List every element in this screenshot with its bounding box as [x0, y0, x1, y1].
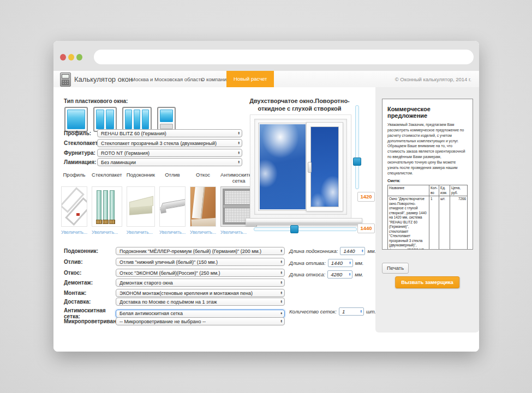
micro-ventilation-select[interactable]: -- Микропроветривание не выбрано --▲▼	[116, 317, 285, 325]
height-slider[interactable]	[355, 105, 359, 189]
window-type-three-leaf-icon[interactable]	[122, 107, 152, 132]
mosquito-net-select-value: Белая антимоскитная сетка	[119, 311, 279, 316]
drip-length-row: Длина отлива: 1440▲▼ мм.	[289, 259, 363, 267]
net-quantity-input[interactable]: 1▲▼	[339, 307, 364, 316]
lamination-row: Ламинация: Без ламинации▲▼	[64, 158, 242, 166]
calculator-logo-icon	[60, 72, 71, 87]
spinner-icon[interactable]: ▲▼	[360, 310, 362, 313]
select-arrows-icon: ▲▼	[279, 261, 283, 263]
spinner-icon[interactable]: ▲▼	[361, 250, 363, 252]
dismantle-select-value: Демонтаж старого окна	[119, 280, 279, 286]
glazing-row: Стеклопакет: Стеклопакет прозрачный 3 ст…	[64, 139, 242, 147]
glazing-select-value: Стеклопакет прозрачный 3 стекла (двухкам…	[101, 141, 236, 146]
traffic-light-zoom-icon[interactable]	[76, 54, 82, 61]
dismantle-option-row: Демонтаж: Демонтаж старого окна▲▼	[64, 279, 285, 287]
main-content: Тип пластикового окна: Профиль: REHAU BL…	[53, 87, 479, 352]
net-quantity-value: 1	[342, 309, 360, 315]
slope-option-row: Откос: Откос "ЭКОНОМ (белый)(Россия)" (2…	[64, 269, 285, 277]
width-slider[interactable]	[254, 227, 357, 231]
width-slider-handle[interactable]	[290, 225, 298, 233]
sill-length-input[interactable]: 1440▲▼	[340, 247, 365, 255]
slope-length-input[interactable]: 4280▲▼	[327, 270, 352, 279]
window-frame	[254, 119, 347, 215]
print-button[interactable]: Печать	[382, 263, 409, 274]
slope-length-value: 4280	[331, 271, 349, 277]
call-surveyor-button[interactable]: Вызвать замерщика	[395, 276, 459, 288]
height-value-box[interactable]: 1420	[357, 192, 375, 202]
item-unit: шт.	[439, 196, 450, 250]
traffic-light-minimize-icon[interactable]	[68, 54, 74, 61]
select-arrows-icon: ▲▼	[279, 271, 283, 274]
zoom-link[interactable]: Увеличить...	[61, 229, 87, 235]
estimate-table: Название Кол-во Ед. изм. Цена, руб. Окно…	[387, 185, 468, 250]
hardware-row: Фурнитура: ROTO NT (Германия)▲▼	[64, 149, 242, 157]
hardware-select-value: ROTO NT (Германия)	[101, 150, 236, 156]
zoom-link[interactable]: Увеличить...	[159, 229, 186, 235]
height-slider-handle[interactable]	[353, 158, 361, 166]
sill-select[interactable]: Подоконник "МЁЛЛЕР-премиум (белый) (Герм…	[116, 247, 285, 255]
delivery-option-label: Доставка:	[64, 299, 116, 305]
slope-option-label: Откос:	[64, 270, 116, 276]
window-type-balcony-door-icon[interactable]	[157, 107, 176, 132]
offer-sidebar: Коммерческое предложение Уважаемый Заказ…	[375, 87, 479, 332]
gallery-label: Отлив	[159, 172, 186, 186]
sill-length-value: 1440	[343, 248, 361, 254]
offer-title: Коммерческое предложение	[387, 106, 468, 119]
zoom-link[interactable]: Увеличить...	[190, 229, 216, 235]
nav-item-about[interactable]: О компании	[201, 76, 229, 82]
window-type-selector	[64, 107, 176, 132]
spinner-icon[interactable]: ▲▼	[349, 273, 351, 276]
select-arrows-icon: ▲▼	[279, 300, 283, 303]
nav-item-new-calculation[interactable]: Новый расчет	[226, 71, 274, 87]
select-arrows-icon: ▲▼	[236, 142, 240, 144]
sill-option-row: Подоконник: Подоконник "МЁЛЛЕР-премиум (…	[64, 247, 285, 255]
drip-length-unit: мм.	[355, 260, 364, 266]
col-qty: Кол-во	[429, 185, 439, 196]
site-title: Калькулятор окон	[74, 75, 133, 83]
width-value-box[interactable]: 1440	[357, 223, 375, 233]
item-qty: 1	[429, 196, 439, 250]
traffic-light-close-icon[interactable]	[60, 54, 66, 61]
delivery-option-row: Доставка: Доставка по Москве с подъёмом …	[64, 298, 285, 306]
zoom-link[interactable]: Увеличить...	[92, 229, 122, 235]
url-bar[interactable]	[94, 50, 474, 64]
drip-thumbnail-image	[159, 186, 186, 227]
delivery-select[interactable]: Доставка по Москве с подъёмом на 1 этаж▲…	[116, 298, 285, 306]
pane-shape	[160, 110, 173, 122]
profile-select[interactable]: REHAU BLITZ 60 (Германия)▲▼	[97, 129, 242, 137]
zoom-link[interactable]: Увеличить...	[127, 229, 155, 235]
delivery-select-value: Доставка по Москве с подъёмом на 1 этаж	[119, 299, 279, 305]
select-arrows-icon: ▲▼	[279, 281, 283, 284]
gallery-item-drip: Отлив Увеличить...	[159, 172, 186, 235]
slope-select[interactable]: Откос "ЭКОНОМ (белый)(Россия)" (250 мм.)…	[116, 269, 285, 277]
lamination-select[interactable]: Без ламинации▲▼	[97, 158, 242, 166]
window-handle	[308, 162, 312, 173]
drip-length-input[interactable]: 1440▲▼	[328, 259, 353, 267]
nav-item-region[interactable]: Москва и Московская область	[131, 76, 204, 82]
slope-length-row: Длина откоса: 4280▲▼ мм.	[289, 270, 363, 279]
profile-select-value: REHAU BLITZ 60 (Германия)	[101, 131, 236, 136]
component-gallery: Профиль Увеличить... Стеклопакет Увеличи…	[61, 172, 247, 235]
dismantle-select[interactable]: Демонтаж старого окна▲▼	[116, 279, 285, 287]
sill-length-label: Длина подоконника:	[289, 248, 338, 254]
glazing-select[interactable]: Стеклопакет прозрачный 3 стекла (двухкам…	[97, 139, 242, 147]
offer-intro-text: Уважаемый Заказчик, предлагаем Вам рассм…	[387, 122, 468, 176]
spinner-icon[interactable]: ▲▼	[349, 262, 351, 264]
gallery-label: Откос	[190, 172, 216, 186]
gallery-item-slope: Откос Увеличить...	[190, 172, 216, 235]
window-preview	[250, 114, 351, 219]
gallery-label: Подоконник	[127, 172, 155, 186]
profile-row: Профиль: REHAU BLITZ 60 (Германия)▲▼	[64, 129, 242, 137]
dismantle-option-label: Демонтаж:	[64, 280, 116, 286]
hardware-select[interactable]: ROTO NT (Германия)▲▼	[97, 149, 242, 157]
window-type-one-leaf-icon[interactable]	[64, 107, 88, 132]
mosquito-net-select[interactable]: Белая антимоскитная сетка▲▼	[116, 310, 285, 318]
sill-length-unit: мм.	[367, 248, 376, 254]
micro-ventilation-select-value: -- Микропроветривание не выбрано --	[119, 319, 279, 324]
drip-select[interactable]: Отлив "нижний уличный (белый)" (150 мм.)…	[116, 258, 285, 266]
mounting-select[interactable]: ЭКОНОМ монтаж(стеновые крепления и монта…	[116, 289, 285, 297]
window-type-two-leaf-icon[interactable]	[93, 107, 117, 132]
net-quantity-unit: шт.	[366, 309, 376, 315]
zoom-link[interactable]: Увеличить...	[220, 229, 257, 235]
select-arrows-icon: ▲▼	[236, 132, 240, 135]
